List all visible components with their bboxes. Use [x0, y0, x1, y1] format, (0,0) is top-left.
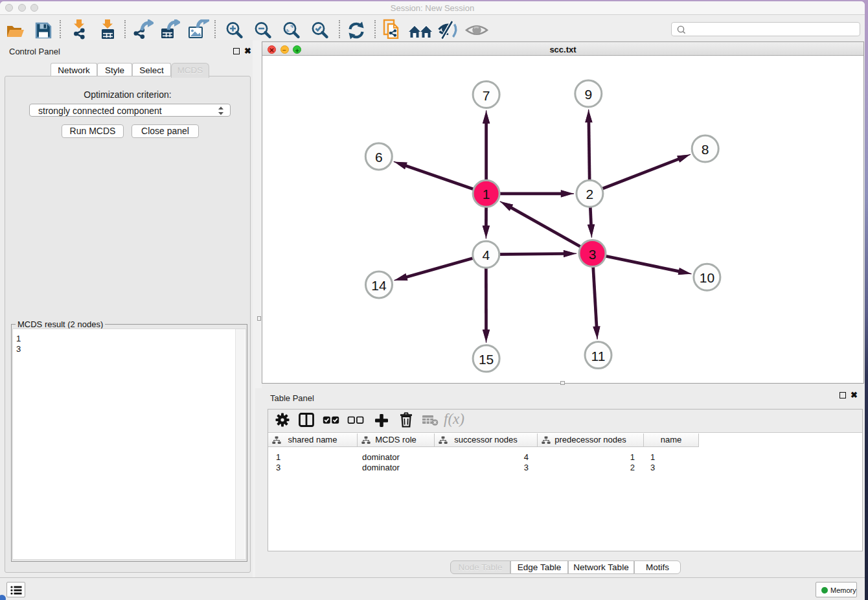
svg-text:8: 8 — [702, 142, 709, 157]
svg-text:1: 1 — [483, 187, 490, 202]
svg-text:9: 9 — [584, 87, 592, 102]
svg-text:15: 15 — [479, 352, 494, 367]
svg-text:7: 7 — [483, 88, 490, 103]
svg-text:10: 10 — [700, 270, 714, 285]
svg-text:6: 6 — [375, 150, 383, 165]
svg-text:3: 3 — [589, 247, 597, 262]
svg-text:2: 2 — [586, 187, 594, 202]
svg-text:4: 4 — [482, 248, 490, 262]
svg-text:11: 11 — [591, 349, 606, 363]
svg-text:14: 14 — [371, 278, 387, 293]
